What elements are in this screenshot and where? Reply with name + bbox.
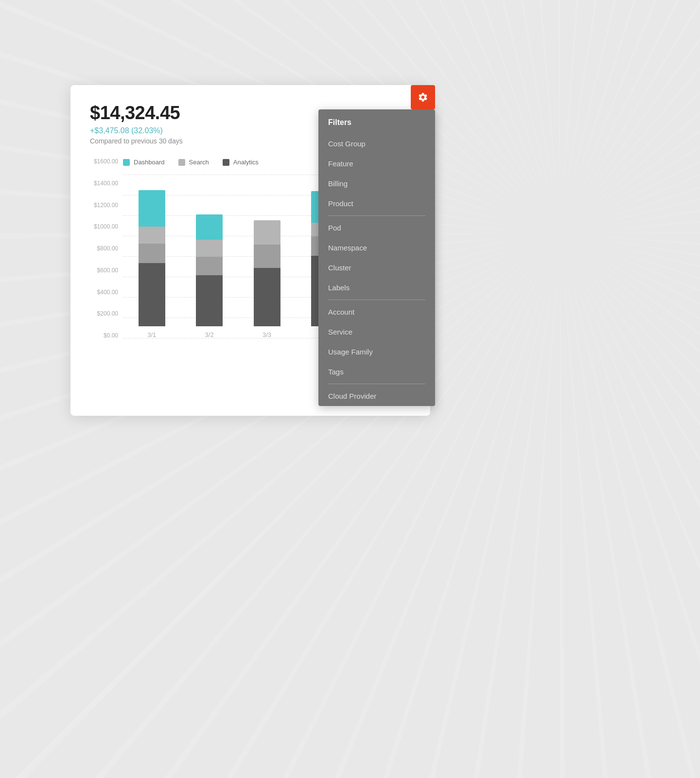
y-label: $1400.00 bbox=[90, 180, 123, 186]
stacked-bar bbox=[196, 214, 223, 326]
x-label: 3/1 bbox=[147, 331, 156, 338]
x-label: 3/2 bbox=[205, 331, 214, 338]
y-label: $800.00 bbox=[90, 246, 123, 251]
filter-service[interactable]: Service bbox=[318, 322, 435, 342]
filter-pod[interactable]: Pod bbox=[318, 218, 435, 238]
gear-icon bbox=[418, 92, 428, 103]
bar-group: 3/3 bbox=[248, 220, 286, 338]
bar-segment-teal bbox=[196, 214, 223, 240]
y-label: $1200.00 bbox=[90, 202, 123, 208]
y-label: $1000.00 bbox=[90, 224, 123, 230]
bar-segment-teal bbox=[139, 190, 165, 227]
bar-segment-light bbox=[139, 227, 165, 244]
filter-product[interactable]: Product bbox=[318, 194, 435, 213]
settings-button[interactable] bbox=[411, 85, 435, 109]
filter-labels[interactable]: Labels bbox=[318, 278, 435, 298]
bar-group: 3/1 bbox=[133, 190, 171, 338]
stacked-bar bbox=[254, 220, 280, 326]
filter-tags[interactable]: Tags bbox=[318, 362, 435, 382]
filter-account[interactable]: Account bbox=[318, 302, 435, 322]
filter-cost-group[interactable]: Cost Group bbox=[318, 134, 435, 154]
filter-cloud-provider[interactable]: Cloud Provider bbox=[318, 386, 435, 406]
bar-segment-light bbox=[254, 220, 280, 245]
y-label: $600.00 bbox=[90, 267, 123, 273]
bar-segment-dark bbox=[254, 268, 280, 326]
y-label: $0.00 bbox=[90, 333, 123, 338]
filter-divider bbox=[328, 300, 425, 300]
y-label: $200.00 bbox=[90, 311, 123, 317]
filters-title: Filters bbox=[318, 109, 435, 134]
filters-panel: Filters Cost Group Feature Billing Produ… bbox=[318, 109, 435, 406]
bar-group: 3/2 bbox=[190, 214, 228, 338]
bar-segment-mid bbox=[196, 257, 223, 275]
bar-segment-light bbox=[196, 240, 223, 257]
bar-segment-dark bbox=[196, 275, 223, 326]
x-label: 3/3 bbox=[262, 331, 271, 338]
filter-feature[interactable]: Feature bbox=[318, 154, 435, 174]
filter-divider bbox=[328, 215, 425, 216]
filter-namespace[interactable]: Namespace bbox=[318, 238, 435, 258]
y-axis: $0.00 $200.00 $400.00 $600.00 $800.00 $1… bbox=[90, 159, 123, 338]
bar-segment-mid bbox=[139, 244, 165, 263]
filter-billing[interactable]: Billing bbox=[318, 174, 435, 194]
filter-usage-family[interactable]: Usage Family bbox=[318, 342, 435, 362]
filter-divider bbox=[328, 384, 425, 384]
stacked-bar bbox=[139, 190, 165, 326]
y-label: $400.00 bbox=[90, 289, 123, 295]
y-label: $1600.00 bbox=[90, 159, 123, 164]
bar-segment-dark bbox=[139, 263, 165, 326]
filter-cluster[interactable]: Cluster bbox=[318, 258, 435, 278]
bar-segment-mid bbox=[254, 245, 280, 268]
